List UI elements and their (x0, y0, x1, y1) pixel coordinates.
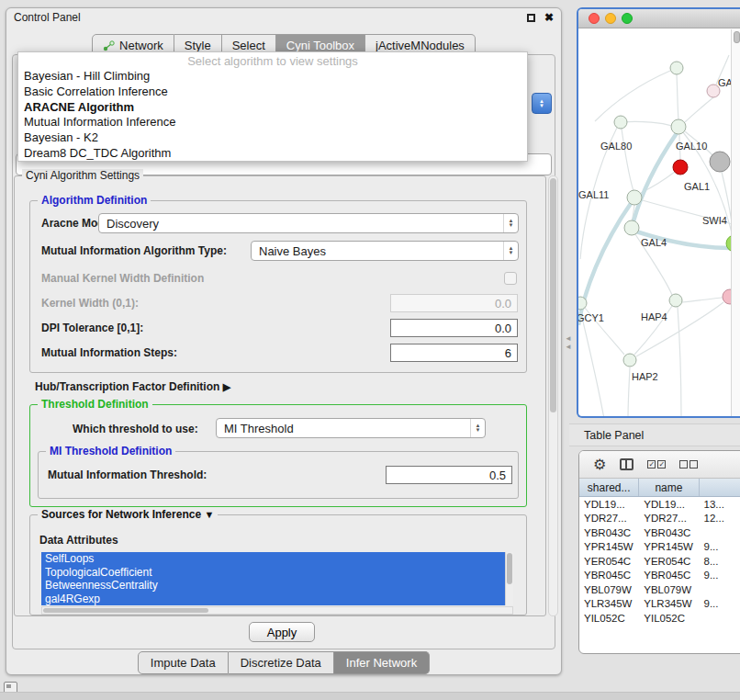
attributes-scrollbar[interactable] (505, 552, 513, 605)
tab-label: Style (185, 39, 211, 52)
expand-right-icon[interactable]: ▶ (223, 381, 230, 392)
data-attribute-item[interactable]: BetweennessCentrality (41, 579, 505, 593)
table-panel-title: Table Panel (584, 429, 644, 442)
table-cell: YBR045C (639, 570, 699, 581)
network-node[interactable] (623, 354, 636, 367)
network-node-label: GAL1 (684, 181, 710, 192)
table-panel-header[interactable]: Table Panel (569, 423, 740, 446)
manual-kernel-checkbox[interactable] (504, 272, 517, 285)
network-scrollbar[interactable] (731, 29, 740, 416)
algorithm-option[interactable]: Bayesian - K2 (18, 130, 527, 146)
data-attribute-item[interactable]: SelfLoops (41, 552, 505, 566)
mi-type-select[interactable]: Naive Bayes ▲▼ (251, 241, 519, 261)
network-edge (685, 97, 713, 122)
table-cell: 9... (700, 570, 740, 581)
data-attribute-item[interactable]: TopologicalCoefficient (41, 566, 505, 580)
mi-type-value: Naive Bayes (252, 244, 503, 258)
threshold-definition-group: Threshold Definition Which threshold to … (29, 404, 527, 507)
network-node[interactable] (614, 116, 627, 129)
tab-infer-network[interactable]: Infer Network (334, 651, 430, 674)
table-row[interactable]: YIL052CYIL052C (579, 611, 740, 626)
table-row[interactable]: YBR045CYBR045C9... (579, 569, 740, 583)
settings-scrollbar[interactable] (548, 175, 558, 616)
kernel-width-field[interactable]: 0.0 (390, 294, 518, 312)
scrollbar-thumb[interactable] (550, 178, 556, 412)
algorithm-option[interactable]: Mutual Information Inference (18, 115, 527, 130)
table-panel-window: ⚙ ✓ ✓ shared...name YDL19...YDL19...13..… (578, 450, 740, 654)
algorithm-combobox-arrows[interactable]: ▲ ▼ (532, 93, 552, 114)
table-column-header[interactable]: name (639, 479, 699, 496)
network-node-label: GCY1 (578, 312, 604, 323)
network-node[interactable] (578, 297, 587, 310)
scrollbar-thumb[interactable] (507, 553, 512, 584)
table-row[interactable]: YBR043CYBR043C (579, 525, 740, 540)
zoom-window-icon[interactable] (622, 13, 633, 24)
gear-icon[interactable]: ⚙ (593, 457, 606, 472)
table-row[interactable]: YER054CYER054C8... (579, 554, 740, 569)
hub-definition-section[interactable]: Hub/Transcription Factor Definition ▶ (35, 380, 230, 393)
float-panel-icon[interactable] (527, 14, 535, 22)
tab-label: Cyni Toolbox (286, 39, 354, 52)
minimize-window-icon[interactable] (605, 13, 616, 24)
mi-steps-field[interactable]: 6 (390, 344, 518, 362)
network-edge (678, 307, 681, 416)
tab-impute-data[interactable]: Impute Data (138, 651, 229, 674)
hide-columns-icon[interactable] (679, 460, 698, 469)
table-cell: YLR345W (639, 598, 699, 609)
network-window-titlebar[interactable] (578, 9, 740, 28)
table-row[interactable]: YBL079WYBL079W (579, 582, 740, 597)
attributes-hscrollbar[interactable] (41, 606, 513, 615)
control-panel-titlebar[interactable]: Control Panel ✖ (6, 8, 561, 27)
network-node[interactable] (671, 119, 686, 134)
close-panel-icon[interactable]: ✖ (544, 11, 554, 24)
close-window-icon[interactable] (589, 13, 600, 24)
tab-label: Discretize Data (241, 656, 321, 670)
table-cell: YIL052C (579, 613, 639, 624)
mi-threshold-definition-title: MI Threshold Definition (46, 445, 175, 457)
scrollbar-thumb[interactable] (43, 608, 208, 613)
network-node[interactable] (710, 152, 730, 172)
network-node[interactable] (624, 220, 639, 235)
network-node[interactable] (627, 190, 642, 205)
table-cell: YBL079W (639, 584, 699, 595)
sources-title[interactable]: Sources for Network Inference ▼ (38, 508, 218, 521)
unchecked-box-icon (679, 460, 688, 469)
aracne-mode-select[interactable]: Discovery ▲▼ (98, 213, 519, 233)
table-column-header[interactable]: shared... (579, 479, 639, 496)
panel-splitter-handle[interactable]: ◄◄ (565, 334, 572, 351)
network-node[interactable] (723, 289, 731, 304)
table-column-header[interactable] (700, 479, 740, 496)
tab-discretize-data[interactable]: Discretize Data (229, 651, 334, 674)
data-attributes-list[interactable]: SelfLoopsTopologicalCoefficientBetweenne… (41, 552, 513, 605)
data-attribute-item[interactable]: gal4RGexp (41, 593, 505, 606)
algorithm-option[interactable]: Basic Correlation Inference (18, 85, 527, 100)
table-cell: YER054C (639, 556, 699, 567)
mi-threshold-field[interactable]: 0.5 (386, 466, 512, 484)
network-node[interactable] (673, 160, 688, 175)
algorithm-option[interactable]: Bayesian - Hill Climbing (18, 69, 527, 85)
network-edge (595, 71, 670, 121)
table-cell: 9... (700, 598, 740, 609)
network-node[interactable] (669, 294, 682, 307)
network-node[interactable] (670, 62, 683, 74)
network-node-label: GAL10 (676, 141, 707, 152)
columns-icon[interactable] (620, 458, 633, 470)
scrollbar-thumb[interactable] (734, 31, 740, 43)
collapse-down-icon[interactable]: ▼ (204, 509, 214, 520)
show-columns-icon[interactable]: ✓ ✓ (647, 460, 666, 469)
which-threshold-select[interactable]: MI Threshold ▲▼ (216, 418, 486, 438)
table-row[interactable]: YDR27...YDR27...12... (579, 512, 740, 526)
table-row[interactable]: YPR145WYPR145W9... (579, 540, 740, 555)
algorithm-option[interactable]: Dream8 DC_TDC Algorithm (18, 146, 527, 162)
table-row[interactable]: YDL19...YDL19...13... (579, 497, 740, 512)
apply-button[interactable]: Apply (249, 622, 315, 642)
tab-label: jActiveMNodules (376, 39, 465, 52)
network-canvas[interactable]: GAL80GAL10GAL11GAL1SWI4GAL4GCY1HAP4HAP2G… (578, 29, 731, 416)
dpi-tolerance-field[interactable]: 0.0 (390, 319, 518, 337)
table-row[interactable]: YLR345WYLR345W9... (579, 597, 740, 612)
dpi-tolerance-value: 0.0 (495, 322, 511, 335)
table-cell: YPR145W (639, 541, 699, 552)
algorithm-option[interactable]: ARACNE Algorithm (18, 100, 527, 116)
combo-arrows-icon: ▲▼ (503, 242, 518, 260)
hub-definition-label: Hub/Transcription Factor Definition (35, 380, 219, 393)
